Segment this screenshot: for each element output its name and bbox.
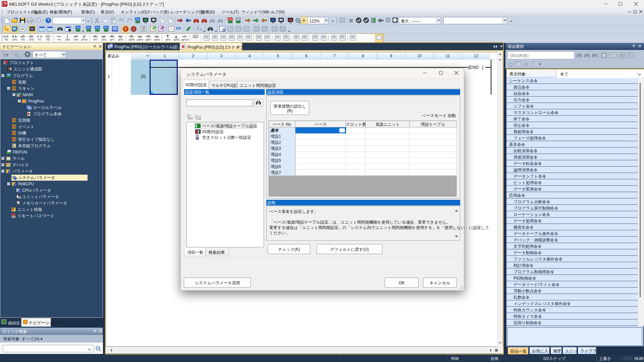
- svg-text:IST: IST: [194, 36, 198, 38]
